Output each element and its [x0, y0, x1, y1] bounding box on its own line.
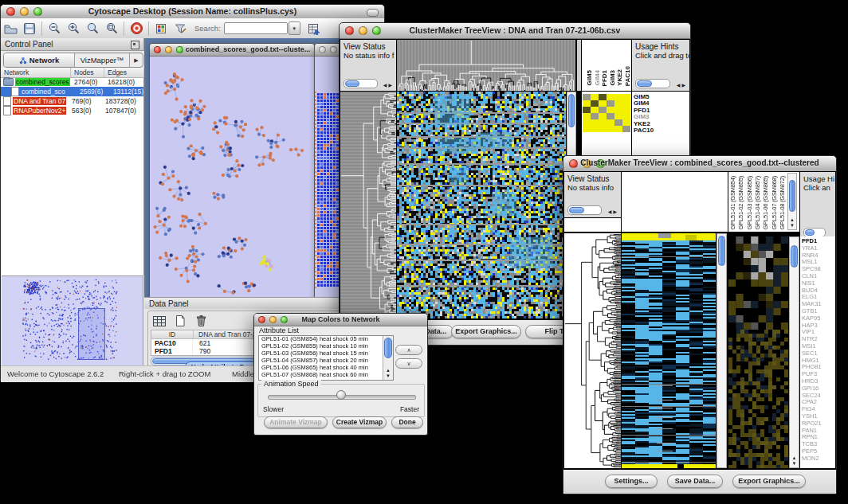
dialog-titlebar[interactable]: Map Colors to Network [254, 314, 427, 326]
dialog-button-done[interactable]: Done [391, 416, 423, 428]
usage-hints-text: Click an [800, 183, 835, 192]
tab-overflow-arrow-icon[interactable]: ▶ [130, 53, 143, 67]
scrollbar-thumb[interactable] [568, 94, 575, 127]
close-icon[interactable] [319, 46, 326, 53]
zoom-fit-icon[interactable] [102, 20, 121, 37]
scrollbar-thumb[interactable] [791, 245, 798, 268]
scroll-arrows[interactable]: ▲▼ [788, 217, 796, 229]
column-header-edges[interactable]: Edges [104, 68, 144, 77]
scroll-down-icon[interactable]: ▼ [790, 223, 795, 228]
scroll-right-icon[interactable]: ▶ [613, 209, 618, 214]
labels-vscrollbar[interactable]: ▲▼ [787, 173, 797, 230]
network-nodes-count: 563(0) [69, 107, 102, 115]
heatmap-canvas[interactable] [397, 92, 566, 318]
scroll-arrows[interactable]: ◀▶ [383, 82, 394, 88]
scroll-down-icon[interactable]: ▼ [386, 373, 391, 378]
import-table-icon[interactable] [304, 20, 324, 37]
toolbar-toggle-pill[interactable] [367, 9, 379, 17]
heatmap-canvas[interactable] [622, 233, 716, 468]
network-table-row[interactable]: RNAPuberNov2+563(0)107847(0) [1, 106, 143, 115]
scroll-up-icon[interactable]: ▲ [790, 217, 795, 222]
mini-heatmap[interactable] [583, 94, 630, 132]
move-attribute-up-button[interactable]: ∧ [395, 345, 422, 355]
tv2-column-label: GPL51-07 (GSM868) [771, 176, 778, 229]
zoom-vscrollbar[interactable]: ▲▼ [789, 236, 799, 468]
treeview1-column-labels: GIM5GIM4PFD1GIM3YKE2PAC10 [582, 40, 631, 91]
scroll-right-icon[interactable]: ▶ [388, 83, 394, 88]
network-table-row[interactable]: combined_sco2569(6)13112(15) [1, 87, 143, 96]
scrollbar-thumb[interactable] [569, 207, 584, 213]
network-table-row[interactable]: combined_scores2764(0)16218(0) [1, 77, 143, 87]
column-dendrogram-area[interactable] [622, 172, 728, 232]
scroll-arrows[interactable]: ▲▼ [790, 455, 799, 467]
attribute-item[interactable]: GPL51-07 (GSM868) heat shock 60 min [259, 372, 393, 379]
usage-hints-panel: Usage Hi Click an [800, 172, 835, 240]
scroll-right-icon[interactable]: ▶ [681, 83, 687, 88]
scrollbar-thumb[interactable] [384, 338, 392, 358]
minimize-icon[interactable] [330, 46, 337, 53]
network-canvas[interactable] [150, 57, 312, 302]
new-attribute-icon[interactable] [172, 314, 188, 328]
treeview1-titlebar[interactable]: ClusterMaker TreeView : DNA and Tran 07-… [340, 23, 690, 39]
move-attribute-down-button[interactable]: ∨ [395, 358, 422, 369]
scroll-arrows[interactable]: ◀▶ [608, 209, 618, 214]
heatmap-vscrollbar[interactable] [716, 233, 727, 468]
main-titlebar[interactable]: Cytoscape Desktop (Session Name: collins… [1, 5, 384, 19]
hints-hscrollbar[interactable] [635, 79, 670, 88]
scrollbar-thumb[interactable] [637, 80, 652, 87]
scrollbar-thumb[interactable] [805, 229, 815, 236]
zoom-out-icon[interactable] [45, 20, 64, 37]
column-header-network[interactable]: Network [1, 68, 71, 77]
attribute-listbox[interactable]: GPL51-01 (GSM854) heat shock 05 minGPL51… [258, 335, 394, 381]
open-session-icon[interactable] [1, 20, 20, 37]
network-view-titlebar[interactable]: combined_scores_good.txt--cluste... [150, 44, 314, 57]
tv2-column-label: GPL51-06 (GSM865) [762, 176, 769, 229]
filter-icon[interactable] [171, 20, 190, 37]
slower-label: Slower [263, 405, 284, 413]
scroll-up-icon[interactable]: ▲ [386, 368, 391, 373]
scroll-up-icon[interactable]: ▲ [792, 455, 797, 460]
treeview2-titlebar[interactable]: ClusterMaker TreeView : combined_scores_… [563, 156, 836, 172]
scroll-arrows[interactable]: ▲▼ [383, 368, 393, 379]
scroll-arrows[interactable]: ◀▶ [677, 82, 687, 88]
network-edges-count: 183728(0) [102, 97, 143, 105]
tv2-button-export-graphics-[interactable]: Export Graphics... [732, 475, 806, 488]
network-edges-count: 13112(15) [110, 88, 143, 96]
network-name: RNAPuberNov2+ [13, 107, 69, 115]
row-dendrogram[interactable] [564, 233, 621, 468]
tab-vizmapper[interactable]: VizMapper™ [75, 53, 130, 67]
delete-attribute-trash-icon[interactable] [193, 314, 209, 328]
vizmapper-grid-icon[interactable] [151, 20, 171, 37]
search-dropdown-icon[interactable]: ▼ [289, 21, 300, 35]
save-session-icon[interactable] [20, 20, 39, 37]
zoom-in-icon[interactable] [64, 20, 83, 37]
network-nodes-count: 2764(0) [71, 78, 104, 86]
tv2-button-settings-[interactable]: Settings... [605, 475, 658, 488]
column-header-nodes[interactable]: Nodes [71, 68, 104, 77]
scrollbar-thumb[interactable] [718, 236, 725, 266]
scrollbar-thumb[interactable] [789, 180, 795, 212]
zoom-selected-icon[interactable] [83, 20, 102, 37]
tv2-button-save-data-[interactable]: Save Data... [667, 475, 723, 488]
float-panel-icon[interactable] [131, 41, 139, 49]
zoom-heatmap-canvas[interactable] [728, 236, 788, 468]
data-row-id: PAC10 [151, 339, 193, 347]
slider-thumb[interactable] [336, 390, 346, 400]
row-dendrogram[interactable] [340, 92, 396, 318]
attribute-table-icon[interactable] [151, 314, 167, 328]
network-table-row[interactable]: DNA and Tran 07769(0)183728(0) [1, 96, 143, 106]
dialog-button-create-vizmap[interactable]: Create Vizmap [332, 416, 387, 428]
search-input[interactable] [224, 22, 288, 34]
dendrogram-splitter[interactable] [576, 40, 581, 91]
status-hscrollbar[interactable] [567, 205, 602, 215]
scrollbar-thumb[interactable] [345, 80, 359, 87]
scroll-down-icon[interactable]: ▼ [792, 461, 797, 466]
column-header-id[interactable]: ID [151, 330, 194, 338]
list-vscrollbar[interactable]: ▲▼ [383, 336, 393, 380]
column-dendrogram[interactable] [397, 40, 575, 91]
status-hscrollbar[interactable] [344, 79, 378, 88]
tv1-button-export-graphics-[interactable]: Export Graphics... [451, 325, 521, 338]
tab-network[interactable]: Network [4, 53, 75, 67]
help-lifering-icon[interactable] [127, 20, 146, 37]
birdseye-view[interactable] [2, 275, 143, 365]
